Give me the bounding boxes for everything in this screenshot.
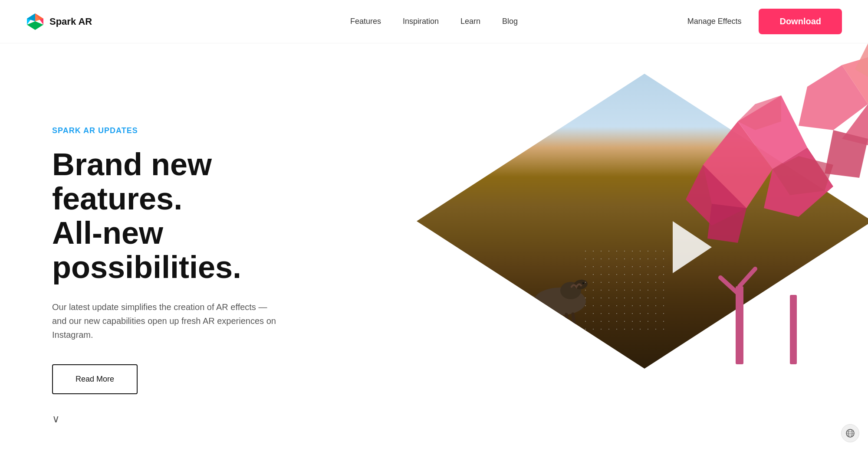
nav-inspiration[interactable]: Inspiration [403,17,439,26]
hero-title: Brand new features. All-new possibilitie… [52,147,312,285]
read-more-button[interactable]: Read More [52,364,138,394]
hero-visual [373,52,868,442]
svg-line-9 [482,317,483,330]
svg-line-17 [556,315,557,330]
hero-title-line2: All-new possibilities. [52,216,241,284]
nav-right: Manage Effects Download [687,9,842,34]
svg-rect-21 [790,295,797,364]
svg-line-11 [497,315,499,330]
nav-blog[interactable]: Blog [502,17,518,26]
navbar: Spark AR Features Inspiration Learn Blog… [0,0,868,43]
spark-ar-logo-icon [26,13,44,31]
section-label: SPARK AR UPDATES [52,126,312,135]
hero-description: Our latest update simplifies the creatio… [52,300,278,342]
dots-decoration [582,247,668,334]
svg-line-8 [474,316,475,330]
svg-line-10 [491,316,493,330]
hero-section: SPARK AR UPDATES Brand new features. All… [0,43,868,451]
globe-icon [845,428,855,438]
manage-effects-link[interactable]: Manage Effects [687,17,742,26]
hero-title-line1: Brand new features. [52,147,212,216]
logo-area: Spark AR [26,13,92,31]
logo-text: Spark AR [49,16,92,27]
svg-point-7 [496,283,510,294]
svg-line-19 [573,314,575,330]
svg-line-16 [549,314,550,330]
svg-point-5 [462,291,510,317]
nav-center: Features Inspiration Learn Blog [350,17,518,26]
scroll-down-indicator[interactable]: ∨ [52,413,60,425]
nav-learn[interactable]: Learn [460,17,480,26]
svg-rect-20 [736,286,743,364]
svg-line-22 [720,278,740,295]
svg-marker-28 [707,204,746,243]
svg-line-18 [566,314,568,330]
nav-features[interactable]: Features [350,17,381,26]
svg-point-6 [484,286,503,302]
globe-language-icon[interactable] [841,424,859,442]
poly-trees-svg [668,43,868,369]
hero-content: SPARK AR UPDATES Brand new features. All… [0,100,312,395]
svg-marker-2 [27,21,43,30]
download-button[interactable]: Download [759,9,842,34]
svg-line-23 [740,269,755,286]
